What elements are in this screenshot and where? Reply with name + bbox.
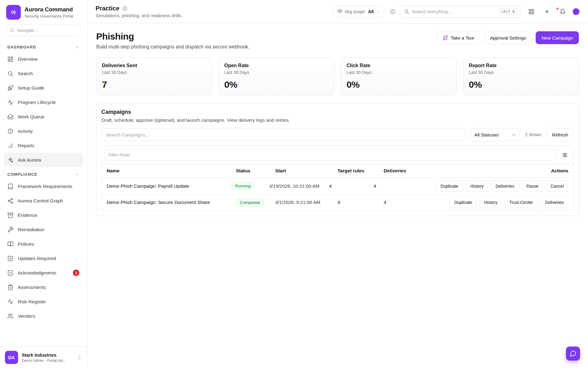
- column-settings-button[interactable]: [559, 149, 570, 160]
- sidebar-item-risk-register[interactable]: Risk Register: [4, 294, 83, 309]
- section-label: Compliance: [7, 172, 37, 177]
- column-header-start: Start: [275, 168, 337, 174]
- chat-bubble-icon: [570, 350, 576, 357]
- scope-info-button[interactable]: [390, 9, 395, 14]
- row-actions: Duplicate History Deliveries Pause Cance…: [436, 181, 568, 192]
- stat-value: 7: [102, 79, 206, 90]
- page-subtitle: Build multi-step phishing campaigns and …: [96, 44, 250, 50]
- chevron-down-icon: [511, 132, 516, 137]
- topbar: Practice Simulations, phishing, and read…: [87, 0, 588, 23]
- chevron-up-icon: [75, 45, 79, 49]
- campaigns-title: Campaigns: [101, 109, 574, 115]
- campaigns-table: Name Status Start Target rules Deliverie…: [101, 146, 574, 211]
- status-filter-select[interactable]: All Statuses: [470, 128, 520, 141]
- book-open-icon: [7, 241, 13, 247]
- sidebar-item-label: Framework Requirements: [18, 184, 72, 189]
- plus-icon: [544, 9, 550, 15]
- page-content: Phishing Build multi-step phishing campa…: [87, 23, 588, 368]
- bell-icon: [560, 9, 566, 15]
- history-button[interactable]: History: [480, 197, 502, 208]
- deliveries-button[interactable]: Deliveries: [541, 197, 568, 208]
- sidebar-item-remediation[interactable]: Remediation: [4, 222, 83, 237]
- sidebar-item-policies[interactable]: Policies: [4, 237, 83, 251]
- history-button[interactable]: History: [466, 181, 488, 192]
- campaigns-description: Draft, schedule, approve (optional), and…: [101, 117, 574, 123]
- notification-dot: [556, 7, 559, 10]
- campaign-target-rules: 4: [329, 183, 374, 189]
- approval-settings-label: Approval Settings: [490, 35, 526, 40]
- sidebar-item-label: Evidence: [18, 213, 37, 218]
- sidebar-item-overview[interactable]: Overview: [4, 52, 83, 66]
- sidebar-item-program-lifecycle[interactable]: Program Lifecycle: [4, 95, 83, 109]
- approval-settings-button[interactable]: Approval Settings: [484, 31, 532, 44]
- sidebar-item-work-queue[interactable]: Work Queue: [4, 109, 83, 124]
- cancel-button[interactable]: Cancel: [546, 181, 568, 192]
- app-title: Aurora Command: [24, 6, 73, 13]
- sidebar-item-label: Activity: [18, 128, 33, 134]
- network-icon: [7, 198, 13, 204]
- sidebar-search-input[interactable]: [6, 25, 81, 36]
- campaign-search-input[interactable]: [101, 128, 466, 141]
- table-row: Demo Phish Campaign: Payroll Update Runn…: [102, 178, 573, 194]
- table-filter-bar: [102, 146, 573, 164]
- sidebar-item-label: Acknowledgments: [18, 270, 56, 276]
- take-tour-button[interactable]: Take a Tour: [437, 31, 480, 44]
- shown-count: 2 shown: [524, 132, 542, 137]
- apps-grid-icon: [528, 9, 534, 15]
- section-dashboard[interactable]: Dashboard: [4, 40, 83, 52]
- org-scope-select[interactable]: Org scope: All: [332, 6, 385, 17]
- sidebar-item-aurora-control-graph[interactable]: Aurora Control Graph: [4, 194, 83, 208]
- info-icon[interactable]: [122, 6, 127, 11]
- sidebar-item-acknowledgments[interactable]: Acknowledgments 1: [4, 266, 83, 280]
- sidebar-item-evidence[interactable]: Evidence: [4, 208, 83, 222]
- archive-icon: [7, 212, 13, 218]
- refresh-label: Refresh: [552, 132, 568, 137]
- section-title: Practice: [96, 5, 119, 12]
- user-menu[interactable]: DA Stark Industries Demo Admin · Portal …: [0, 347, 87, 368]
- global-search-input[interactable]: [412, 9, 496, 14]
- sidebar-item-search[interactable]: Search: [4, 66, 83, 81]
- sidebar-item-reports[interactable]: Reports: [4, 138, 83, 153]
- rocket-icon: [7, 85, 13, 91]
- pause-button[interactable]: Pause: [522, 181, 543, 192]
- topbar-titles: Practice Simulations, phishing, and read…: [96, 5, 182, 18]
- sidebar-item-framework-requirements[interactable]: Framework Requirements: [4, 179, 83, 194]
- add-button[interactable]: [541, 6, 552, 17]
- sidebar-item-assessments[interactable]: Assessments: [4, 280, 83, 294]
- trust-center-button[interactable]: Trust Center: [505, 197, 537, 208]
- campaign-start: 3/1/2026, 9:21:00 AM: [275, 200, 337, 205]
- app-subtitle: Security Governance Portal: [24, 14, 73, 18]
- chat-widget-button[interactable]: [566, 347, 580, 361]
- deliveries-button[interactable]: Deliveries: [491, 181, 519, 192]
- search-icon: [404, 9, 409, 14]
- user-avatar-button[interactable]: [573, 8, 579, 15]
- duplicate-button[interactable]: Duplicate: [450, 197, 477, 208]
- org-scope-label: Org scope:: [345, 9, 366, 14]
- sidebar-item-ask-aurora[interactable]: Ask Aurora: [4, 153, 83, 167]
- sidebar-item-label: Remediation: [18, 227, 44, 232]
- status-badge: Completed: [236, 199, 264, 206]
- filter-rows-input[interactable]: [105, 149, 556, 161]
- table-header-row: Name Status Start Target rules Deliverie…: [102, 164, 573, 178]
- sidebar-item-setup-guide[interactable]: Setup Guide: [4, 81, 83, 95]
- column-header-deliveries: Deliveries: [384, 168, 448, 174]
- stat-period: Last 30 Days: [469, 70, 573, 75]
- take-tour-label: Take a Tour: [451, 35, 474, 40]
- wrench-icon: [7, 227, 13, 233]
- info-icon: [390, 9, 395, 14]
- notifications-button[interactable]: [557, 6, 568, 17]
- section-compliance[interactable]: Compliance: [4, 167, 83, 179]
- apps-button[interactable]: [526, 6, 537, 17]
- sidebar-item-vendors[interactable]: Vendors: [4, 309, 83, 323]
- new-campaign-button[interactable]: New Campaign: [536, 31, 579, 44]
- sidebar: Aurora Command Security Governance Porta…: [0, 0, 87, 368]
- column-header-target-rules: Target rules: [337, 168, 384, 174]
- sidebar-item-activity[interactable]: Activity: [4, 124, 83, 138]
- stat-title: Deliveries Sent: [102, 63, 206, 68]
- sidebar-search: [6, 25, 81, 36]
- refresh-button[interactable]: Refresh: [546, 128, 574, 141]
- duplicate-button[interactable]: Duplicate: [436, 181, 463, 192]
- status-badge: Running: [231, 182, 254, 190]
- stat-period: Last 30 Days: [347, 70, 451, 75]
- sidebar-item-updates-required[interactable]: Updates Required: [4, 251, 83, 266]
